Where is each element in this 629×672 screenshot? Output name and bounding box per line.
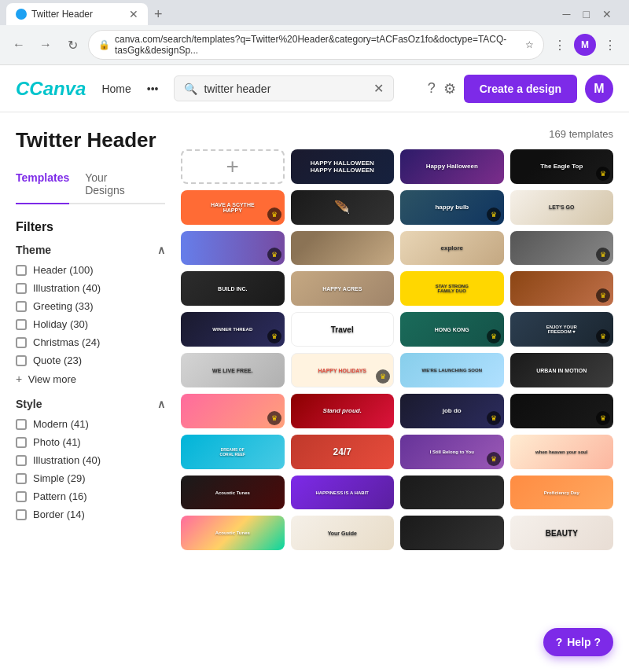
- address-bar[interactable]: 🔒 canva.com/search/templates?q=Twitter%2…: [88, 30, 544, 60]
- template-card[interactable]: I Still Belong to You ♛: [400, 435, 504, 469]
- create-design-button[interactable]: Create a design: [464, 75, 577, 103]
- filter-item-photo[interactable]: Photo (41): [16, 436, 165, 448]
- template-card[interactable]: LET'S GO: [510, 190, 614, 225]
- template-card[interactable]: HAPPINESS IS A HABIT: [291, 476, 395, 510]
- style-filter-header[interactable]: Style ∧: [16, 398, 165, 410]
- crown-icon: ♛: [380, 373, 386, 380]
- filter-checkbox-border[interactable]: [16, 509, 27, 520]
- filter-item-pattern[interactable]: Pattern (16): [16, 490, 165, 502]
- template-card[interactable]: STAY STRONGFAMILY DUO: [400, 271, 504, 306]
- template-card[interactable]: Travel: [291, 312, 395, 347]
- filter-item-header[interactable]: Header (100): [16, 264, 165, 276]
- template-card[interactable]: HAPPY HALLOWEENHAPPY HALLOWEEN: [291, 149, 395, 184]
- back-button[interactable]: ←: [8, 34, 30, 56]
- premium-overlay: ♛: [267, 411, 281, 425]
- template-card[interactable]: when heaven your soul: [510, 435, 614, 469]
- filter-checkbox-illustration-style[interactable]: [16, 455, 27, 466]
- filter-checkbox-christmas[interactable]: [16, 337, 27, 348]
- star-icon[interactable]: ☆: [525, 39, 534, 50]
- filter-checkbox-header[interactable]: [16, 265, 27, 276]
- tab-close-icon[interactable]: ✕: [129, 8, 138, 20]
- nav-more-button[interactable]: •••: [147, 83, 159, 95]
- refresh-button[interactable]: ↻: [61, 34, 83, 56]
- template-card[interactable]: BUILD INC.: [181, 271, 285, 306]
- browser-chrome: Twitter Header ✕ + ─ □ ✕ ← → ↻ 🔒 canva.c…: [0, 0, 629, 65]
- filter-checkbox-pattern[interactable]: [16, 491, 27, 502]
- template-card[interactable]: ♛: [510, 394, 614, 428]
- filter-checkbox-photo[interactable]: [16, 437, 27, 448]
- template-card[interactable]: HAVE A SCYTHEHAPPY ♛: [181, 190, 285, 225]
- template-card[interactable]: ♛: [510, 271, 614, 306]
- crown-icon: ♛: [271, 332, 278, 340]
- search-bar[interactable]: 🔍 ✕: [174, 75, 394, 101]
- close-button[interactable]: ✕: [598, 6, 616, 22]
- template-card[interactable]: HAPPY ACRES: [291, 271, 395, 306]
- template-card[interactable]: [291, 231, 395, 266]
- tab-your-designs[interactable]: Your Designs: [85, 165, 149, 204]
- template-card[interactable]: [400, 476, 504, 510]
- search-icon: 🔍: [184, 83, 197, 95]
- theme-filter-header[interactable]: Theme ∧: [16, 244, 165, 256]
- menu-button[interactable]: ⋮: [599, 34, 621, 56]
- template-card[interactable]: Proficiency Day: [510, 476, 614, 510]
- template-card[interactable]: Acoustic Tunes: [181, 476, 285, 510]
- filter-item-christmas[interactable]: Christmas (24): [16, 336, 165, 348]
- filter-checkbox-quote[interactable]: [16, 355, 27, 366]
- template-card[interactable]: Your Guide: [291, 516, 395, 550]
- filter-checkbox-simple[interactable]: [16, 473, 27, 484]
- template-card[interactable]: 24/7: [291, 435, 395, 469]
- tab-templates[interactable]: Templates: [16, 165, 69, 204]
- template-card[interactable]: ENJOY YOURFREEDOM ♥ ♛: [510, 312, 614, 347]
- forward-button[interactable]: →: [35, 34, 57, 56]
- new-tab-button[interactable]: +: [148, 6, 169, 23]
- plus-icon: +: [16, 373, 22, 385]
- filter-checkbox-modern[interactable]: [16, 419, 27, 430]
- add-new-template-card[interactable]: +: [181, 149, 285, 184]
- template-card[interactable]: HONG KONG ♛: [400, 312, 504, 347]
- filter-item-holiday[interactable]: Holiday (30): [16, 318, 165, 330]
- template-card[interactable]: WE LIVE FREE.: [181, 353, 285, 387]
- help-circle-icon[interactable]: ?: [428, 80, 436, 97]
- filter-item-illustration[interactable]: Illustration (40): [16, 282, 165, 294]
- search-input[interactable]: [204, 83, 367, 95]
- template-card[interactable]: WINNER THREAD ♛: [181, 312, 285, 347]
- profile-button[interactable]: M: [574, 34, 596, 56]
- template-card[interactable]: job do ♛: [400, 394, 504, 428]
- template-card[interactable]: ♛: [181, 394, 285, 428]
- template-card[interactable]: [400, 516, 504, 550]
- filter-checkbox-illustration[interactable]: [16, 283, 27, 294]
- template-card[interactable]: ♛: [181, 231, 285, 266]
- filter-item-border[interactable]: Border (14): [16, 509, 165, 520]
- template-card[interactable]: BEAUTY: [510, 516, 614, 550]
- template-card[interactable]: The Eagle Top ♛: [510, 149, 614, 184]
- search-clear-icon[interactable]: ✕: [373, 81, 384, 96]
- canva-logo[interactable]: CCanva: [16, 78, 86, 100]
- filter-item-simple[interactable]: Simple (29): [16, 472, 165, 484]
- template-card[interactable]: WE'RE LAUNCHING SOON: [400, 353, 504, 387]
- template-card[interactable]: 🪶: [291, 190, 395, 225]
- crown-icon: ♛: [600, 292, 606, 299]
- template-card[interactable]: explore: [400, 231, 504, 266]
- template-card[interactable]: DREAMS OFCORAL REEF: [181, 435, 285, 469]
- filter-checkbox-greeting[interactable]: [16, 301, 27, 312]
- extensions-button[interactable]: ⋮: [549, 34, 571, 56]
- template-card[interactable]: Happy Halloween: [400, 149, 504, 184]
- user-avatar[interactable]: M: [585, 75, 613, 103]
- filter-item-greeting[interactable]: Greeting (33): [16, 300, 165, 312]
- template-card[interactable]: ♛: [510, 231, 614, 266]
- template-card[interactable]: URBAN IN MOTION: [510, 353, 614, 387]
- settings-icon[interactable]: ⚙: [443, 80, 456, 97]
- browser-tab[interactable]: Twitter Header ✕: [6, 3, 148, 25]
- view-more-theme[interactable]: + View more: [16, 373, 165, 385]
- template-card[interactable]: Stand proud.: [291, 394, 395, 428]
- filter-item-illustration-style[interactable]: Illustration (40): [16, 454, 165, 466]
- nav-home-link[interactable]: Home: [101, 83, 131, 95]
- filter-checkbox-holiday[interactable]: [16, 319, 27, 330]
- minimize-button[interactable]: ─: [558, 6, 576, 22]
- template-card[interactable]: Acoustic Tunes: [181, 516, 285, 550]
- template-card[interactable]: happy bulb ♛: [400, 190, 504, 225]
- filter-item-modern[interactable]: Modern (41): [16, 418, 165, 430]
- maximize-button[interactable]: □: [579, 6, 594, 22]
- filter-item-quote[interactable]: Quote (23): [16, 354, 165, 366]
- template-card[interactable]: HAPPY HOLIDAYS ♛: [291, 353, 395, 387]
